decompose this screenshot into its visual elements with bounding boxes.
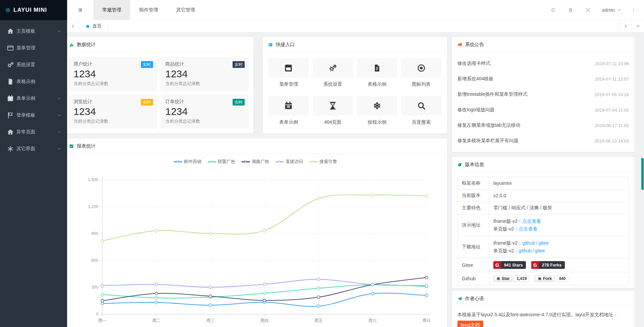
stat-caption: 当前分类总记录数 [165, 81, 244, 87]
clear-cache-button[interactable] [562, 0, 579, 20]
github-fork-button[interactable]: Fork [535, 275, 555, 282]
card-title: 系统公告 [465, 42, 484, 48]
row-value: 零门槛 / 响应式 / 清爽 / 极简 [489, 202, 629, 214]
sidebar-item-menu-manage[interactable]: 菜单管理 [0, 40, 67, 56]
sidebar-item-label: 菜单管理 [16, 45, 62, 51]
github-fork-count[interactable]: 440 [556, 275, 568, 282]
page-tab-home[interactable]: 首页 [80, 20, 109, 32]
quick-entry[interactable]: 表格示例 [357, 58, 397, 90]
legend-item-4[interactable]: 搜索引擎 [309, 159, 337, 165]
quick-entry-icon[interactable] [357, 96, 397, 116]
legend-item-3[interactable]: 直接访问 [276, 159, 303, 165]
sidebar-item-form-example[interactable]: 表单示例 [0, 90, 67, 107]
chevron-down-icon [57, 147, 62, 151]
demo-link-iframe[interactable]: 点击查看 [522, 218, 541, 224]
header-tab-general[interactable]: 常规管理 [93, 0, 130, 20]
github-star-count[interactable]: 1,419 [514, 275, 529, 282]
notice-item[interactable]: 新增treetable插件和菜单管理样式 2019-07-05 14:28 [457, 87, 629, 102]
legend-marker-icon [174, 160, 182, 163]
notice-item[interactable]: 修复多模块菜单栏展开有问题 2019-06-13 14:53 [457, 133, 629, 149]
sidebar-collapse-button[interactable] [67, 0, 93, 20]
svg-text:900: 900 [91, 231, 98, 236]
snowflake-icon [373, 101, 382, 110]
sidebar-item-home-template[interactable]: 主页模板 [0, 23, 67, 40]
demo-link-spa[interactable]: 点击查看 [518, 226, 537, 232]
layui-doc-button[interactable]: layui文档 [457, 321, 483, 327]
quick-entry[interactable]: 系统设置 [313, 58, 353, 90]
github-icon [496, 277, 500, 281]
quick-entry[interactable]: 百度搜索 [401, 96, 441, 128]
quick-entry-icon[interactable] [313, 58, 353, 78]
gitee-stars-badge[interactable]: G941 Stars [493, 261, 526, 269]
tab-scroll-left-button[interactable] [67, 20, 80, 32]
quick-entry-icon[interactable] [313, 96, 353, 116]
scrollbar-thumb[interactable] [641, 158, 644, 190]
quick-entry[interactable]: 菜单管理 [268, 58, 309, 90]
legend-item-0[interactable]: 邮件营销 [174, 159, 201, 165]
notice-date: 2019-07-05 14:28 [594, 92, 629, 97]
download-github-link[interactable]: github [522, 240, 535, 246]
download-github-link[interactable]: github [518, 248, 531, 253]
row-label: 主要特色 [458, 202, 489, 214]
cogs-icon [7, 61, 14, 69]
header-tab-component[interactable]: 组件管理 [130, 0, 167, 20]
sidebar-item-label: 主页模板 [16, 28, 57, 34]
refresh-button[interactable] [544, 0, 562, 20]
sidebar-item-other-ui[interactable]: 其它界面 [0, 140, 67, 157]
quick-entry-icon[interactable] [401, 96, 441, 116]
stat-caption: 当前分类总记录数 [165, 118, 244, 124]
sidebar-item-label: 系统设置 [16, 62, 62, 68]
header-tab-other[interactable]: 其它管理 [167, 0, 204, 20]
card-version-info: 版本信息 框架名称 layuimini 当前版本 v2.0.0 主要特色 零门槛… [452, 157, 634, 288]
quick-entry-icon[interactable] [401, 58, 441, 78]
header-tab-label: 其它管理 [176, 7, 195, 13]
chevron-down-icon [57, 96, 62, 101]
stat-caption: 当前分类总记录数 [73, 81, 152, 87]
download-gitee-link[interactable]: gitee [538, 240, 548, 246]
tab-scroll-right-button[interactable] [619, 20, 632, 32]
page-scrollbar[interactable] [641, 33, 644, 327]
sidebar-item-login-template[interactable]: 登录模板 [0, 107, 67, 124]
main-content: 数据统计 用户统计 实时 1234 当前分类总记录数 商品统计 实时 1234 … [67, 33, 644, 327]
notice-item[interactable]: 修改logo缩放问题 2019-07-04 11:02 [457, 102, 629, 118]
sidebar-item-system-setting[interactable]: 系统设置 [0, 56, 67, 73]
fullscreen-icon [586, 8, 590, 12]
notice-item[interactable]: 修复左侧菜单缩放tab无法移动 2019-06-17 11:55 [457, 118, 629, 133]
chevron-down-icon [57, 29, 62, 34]
github-star-button[interactable]: Star [493, 275, 512, 282]
tab-operations-button[interactable] [632, 20, 644, 32]
notice-item[interactable]: 新增系统404模板 2019-07-11 12:57 [457, 71, 629, 87]
notice-text: 新增treetable插件和菜单管理样式 [457, 91, 527, 97]
demo-line2-prefix: 单页版-v2： [493, 226, 518, 232]
user-dropdown[interactable]: admin [597, 0, 627, 20]
home-icon [7, 128, 14, 136]
quick-entry-icon[interactable] [357, 58, 397, 78]
quick-entry[interactable]: 表单示例 [268, 96, 309, 128]
legend-item-2[interactable]: 视频广告 [242, 159, 269, 165]
legend-item-1[interactable]: 联盟广告 [208, 159, 235, 165]
sidebar-item-error-page[interactable]: 异常页面 [0, 124, 67, 140]
notice-item[interactable]: 修改选项卡样式 2019-07-11 23:06 [457, 56, 629, 71]
quick-entry[interactable]: 404页面 [313, 96, 353, 128]
row-label: Github [458, 272, 489, 285]
card-header: 版本信息 [452, 157, 634, 172]
stat-label: 用户统计 [73, 61, 152, 67]
row-value: layuimini [489, 177, 629, 190]
svg-text:周二: 周二 [152, 318, 161, 323]
trash-icon [568, 8, 573, 12]
row-label: 框架名称 [458, 177, 489, 190]
more-menu-button[interactable] [627, 0, 640, 20]
quick-entry[interactable]: 图标列表 [401, 58, 441, 90]
sidebar-item-table-example[interactable]: 表格示例 [0, 73, 67, 90]
download-gitee-link[interactable]: gitee [535, 248, 545, 253]
quick-entry-icon[interactable] [268, 58, 309, 78]
fullscreen-button[interactable] [579, 0, 597, 20]
quick-entry-icon[interactable] [268, 96, 309, 116]
notice-text: 新增系统404模板 [457, 76, 493, 82]
table-row: 当前版本 v2.0.0 [458, 190, 629, 202]
legend-marker-icon [208, 160, 216, 163]
gitee-forks-badge[interactable]: G278 Forks [531, 261, 565, 269]
sidebar: LAYUI MINI 主页模板 菜单管理 系统设置 表格示例 表单示例 登录模板… [0, 0, 67, 327]
search-icon [417, 101, 426, 110]
quick-entry[interactable]: 按钮示例 [357, 96, 397, 128]
